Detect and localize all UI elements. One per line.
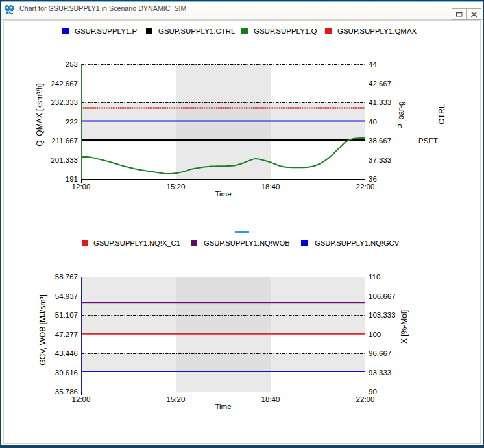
svg-text:22:00: 22:00 — [356, 395, 375, 403]
svg-text:GSUP.SUPPLY1.CTRL: GSUP.SUPPLY1.CTRL — [158, 27, 236, 35]
svg-text:GCV, WOB [MJ/sm³]: GCV, WOB [MJ/sm³] — [38, 294, 47, 366]
svg-text:201.333: 201.333 — [51, 156, 78, 164]
svg-text:35.786: 35.786 — [55, 388, 78, 395]
svg-text:22:00: 22:00 — [356, 183, 375, 191]
svg-text:96.667: 96.667 — [369, 349, 391, 357]
svg-text:18:40: 18:40 — [261, 183, 280, 191]
svg-text:43.446: 43.446 — [55, 349, 78, 357]
svg-text:CTRL: CTRL — [437, 104, 446, 124]
svg-text:58.767: 58.767 — [55, 273, 78, 281]
svg-text:Q, QMAX [ksm³/h]: Q, QMAX [ksm³/h] — [35, 83, 44, 146]
svg-text:12:00: 12:00 — [72, 395, 91, 403]
svg-text:40: 40 — [369, 118, 377, 126]
svg-text:18:40: 18:40 — [261, 395, 280, 403]
svg-text:93.333: 93.333 — [369, 369, 391, 377]
svg-text:47.277: 47.277 — [55, 331, 78, 338]
svg-text:P [bar-g]: P [bar-g] — [396, 99, 405, 129]
svg-text:X [%-Mol]: X [%-Mol] — [400, 310, 409, 344]
svg-text:51.107: 51.107 — [55, 311, 78, 319]
svg-text:222: 222 — [66, 118, 78, 126]
svg-text:GSUP.SUPPLY1.Q: GSUP.SUPPLY1.Q — [254, 27, 317, 35]
svg-text:211.667: 211.667 — [51, 137, 78, 145]
svg-text:39.616: 39.616 — [55, 369, 78, 377]
svg-text:42.667: 42.667 — [369, 80, 391, 88]
svg-text:191: 191 — [66, 175, 78, 183]
svg-text:253: 253 — [66, 60, 78, 68]
svg-text:41.333: 41.333 — [369, 99, 391, 106]
svg-text:103.333: 103.333 — [369, 311, 396, 319]
svg-text:242.667: 242.667 — [51, 80, 78, 88]
svg-text:15:20: 15:20 — [167, 183, 186, 191]
svg-text:15:20: 15:20 — [167, 395, 186, 403]
svg-text:GSUP.SUPPLY1.NQ!X_C1: GSUP.SUPPLY1.NQ!X_C1 — [93, 239, 180, 247]
svg-text:Time: Time — [215, 403, 231, 410]
svg-text:44: 44 — [369, 60, 377, 68]
svg-text:54.937: 54.937 — [55, 292, 78, 300]
svg-text:37.333: 37.333 — [369, 156, 391, 164]
svg-text:110: 110 — [369, 273, 380, 281]
svg-text:PSET: PSET — [418, 137, 438, 145]
svg-text:100: 100 — [369, 331, 381, 338]
svg-text:GSUP.SUPPLY1.P: GSUP.SUPPLY1.P — [75, 27, 137, 35]
svg-text:36: 36 — [369, 175, 377, 183]
svg-text:GSUP.SUPPLY1.NQ!WOB: GSUP.SUPPLY1.NQ!WOB — [204, 239, 290, 247]
svg-text:GSUP.SUPPLY1.QMAX: GSUP.SUPPLY1.QMAX — [337, 27, 417, 35]
svg-text:232.333: 232.333 — [51, 99, 78, 106]
svg-text:90: 90 — [369, 388, 377, 395]
svg-text:12:00: 12:00 — [72, 183, 91, 191]
svg-text:38.667: 38.667 — [369, 137, 391, 145]
svg-text:106.667: 106.667 — [369, 292, 396, 300]
svg-text:GSUP.SUPPLY1.NQ!GCV: GSUP.SUPPLY1.NQ!GCV — [315, 239, 400, 247]
svg-text:Time: Time — [215, 190, 231, 198]
